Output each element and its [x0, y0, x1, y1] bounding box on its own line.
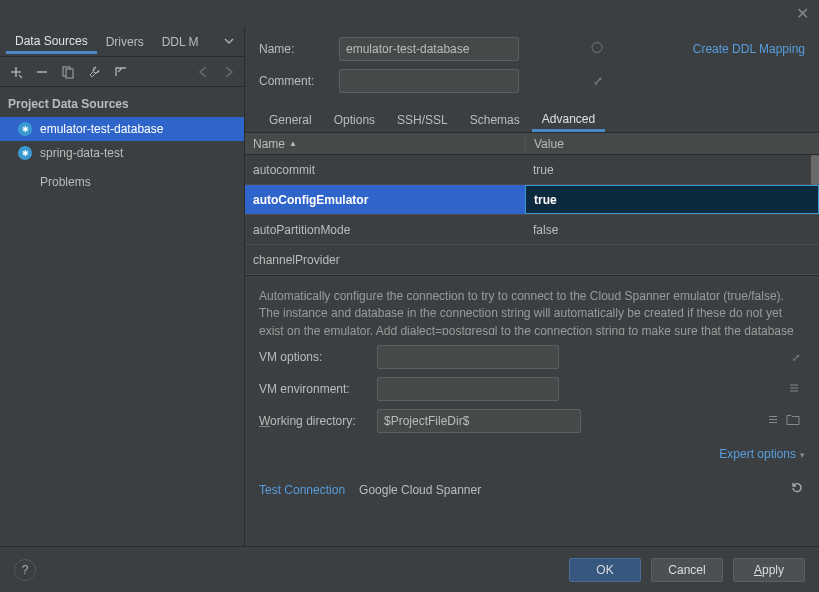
create-ddl-mapping-link[interactable]: Create DDL Mapping — [693, 42, 805, 56]
datasource-icon: ✱ — [18, 146, 32, 160]
tab-options[interactable]: Options — [324, 108, 385, 132]
help-button[interactable]: ? — [14, 559, 36, 581]
db-kind-label: Google Cloud Spanner — [359, 483, 481, 497]
expert-options-link[interactable]: Expert options — [719, 447, 796, 461]
tab-data-sources[interactable]: Data Sources — [6, 29, 97, 54]
problems-node[interactable]: Problems — [0, 165, 244, 199]
property-value[interactable]: true — [525, 163, 819, 177]
remove-icon[interactable] — [34, 64, 50, 80]
vm-environment-label: VM environment: — [259, 382, 367, 396]
sidebar-toolbar — [0, 57, 244, 87]
table-row[interactable]: autoPartitionModefalse — [245, 215, 819, 245]
tab-drivers[interactable]: Drivers — [97, 30, 153, 54]
svg-rect-1 — [66, 69, 73, 78]
table-row[interactable]: autoConfigEmulatortrue — [245, 185, 819, 215]
data-source-tree: ✱ emulator-test-database ✱ spring-data-t… — [0, 117, 244, 546]
property-value[interactable]: false — [525, 223, 819, 237]
comment-label: Comment: — [259, 74, 329, 88]
chevron-down-icon: ▾ — [800, 450, 805, 460]
sort-asc-icon: ▲ — [289, 139, 297, 148]
cancel-button[interactable]: Cancel — [651, 558, 723, 582]
header-value[interactable]: Value — [525, 137, 819, 151]
apply-button[interactable]: Apply — [733, 558, 805, 582]
vm-options-label: VM options: — [259, 350, 367, 364]
header-name[interactable]: Name ▲ — [245, 137, 525, 151]
property-description: Automatically configure the connection t… — [245, 275, 819, 335]
vm-environment-input[interactable] — [377, 377, 559, 401]
tree-item[interactable]: ✱ spring-data-test — [0, 141, 244, 165]
detail-tabs: General Options SSH/SSL Schemas Advanced — [245, 107, 819, 133]
forward-icon[interactable] — [220, 64, 236, 80]
scrollbar-thumb[interactable] — [811, 155, 819, 185]
working-directory-label: Working directory: — [259, 414, 367, 428]
expand-icon[interactable]: ⤢ — [593, 74, 603, 88]
table-row[interactable]: channelProvider — [245, 245, 819, 275]
chevron-down-icon[interactable] — [220, 31, 238, 53]
vm-options-input[interactable] — [377, 345, 559, 369]
list-icon[interactable] — [788, 382, 800, 396]
comment-input[interactable] — [339, 69, 519, 93]
table-row[interactable]: autocommittrue — [245, 155, 819, 185]
sidebar-tabs: Data Sources Drivers DDL M — [0, 27, 244, 57]
tree-item[interactable]: ✱ emulator-test-database — [0, 117, 244, 141]
tab-ssh-ssl[interactable]: SSH/SSL — [387, 108, 458, 132]
dialog-footer: ? OK Cancel Apply — [0, 546, 819, 592]
property-name: autocommit — [245, 163, 525, 177]
tree-item-label: emulator-test-database — [40, 122, 163, 136]
back-icon[interactable] — [196, 64, 212, 80]
folder-icon[interactable] — [786, 414, 800, 429]
property-name: autoConfigEmulator — [245, 193, 525, 207]
test-connection-link[interactable]: Test Connection — [259, 483, 345, 497]
sidebar: Data Sources Drivers DDL M — [0, 27, 245, 546]
tab-schemas[interactable]: Schemas — [460, 108, 530, 132]
close-icon[interactable]: ✕ — [796, 4, 809, 23]
tab-general[interactable]: General — [259, 108, 322, 132]
ok-button[interactable]: OK — [569, 558, 641, 582]
name-input[interactable] — [339, 37, 519, 61]
wrench-icon[interactable] — [86, 64, 102, 80]
section-project-data-sources: Project Data Sources — [0, 87, 244, 117]
expand-icon[interactable]: ⤢ — [792, 352, 800, 363]
name-label: Name: — [259, 42, 329, 56]
property-value[interactable]: true — [525, 185, 819, 214]
datasource-icon: ✱ — [18, 122, 32, 136]
svg-point-2 — [592, 43, 602, 53]
properties-table: autocommittrueautoConfigEmulatortrueauto… — [245, 155, 819, 275]
tab-ddl-mappings[interactable]: DDL M — [153, 30, 208, 54]
revert-icon[interactable] — [789, 480, 805, 499]
add-icon[interactable] — [8, 64, 24, 80]
property-name: autoPartitionMode — [245, 223, 525, 237]
right-panel: Name: Create DDL Mapping Comment: ⤢ — [245, 27, 819, 546]
tree-item-label: spring-data-test — [40, 146, 123, 160]
copy-icon[interactable] — [60, 64, 76, 80]
make-global-icon[interactable] — [112, 64, 128, 80]
list-icon[interactable] — [767, 414, 779, 429]
circle-icon[interactable] — [591, 42, 603, 57]
property-name: channelProvider — [245, 253, 525, 267]
properties-table-header: Name ▲ Value — [245, 133, 819, 155]
working-directory-input[interactable] — [377, 409, 581, 433]
tab-advanced[interactable]: Advanced — [532, 107, 605, 132]
